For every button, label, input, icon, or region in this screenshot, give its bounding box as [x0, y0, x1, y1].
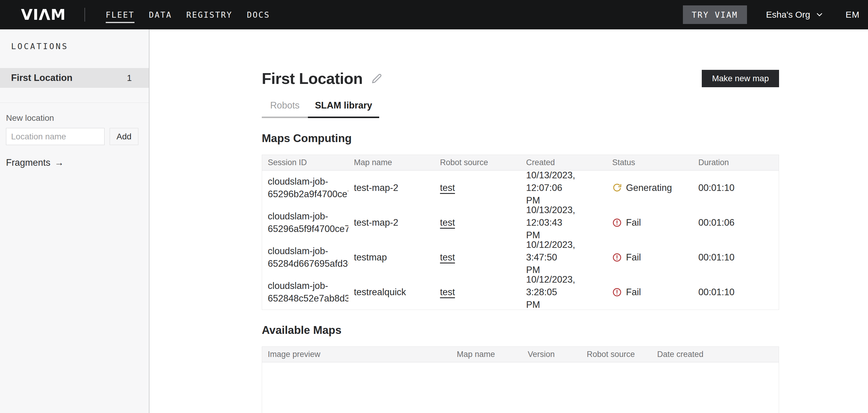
available-maps-body: [262, 362, 779, 413]
column-header-date-created: Date created: [651, 350, 779, 359]
column-header-robot-source: Robot source: [434, 158, 521, 167]
available-maps-header-row: Image preview Map name Version Robot sou…: [262, 347, 779, 362]
tab-slam-library[interactable]: SLAM library: [308, 100, 379, 118]
available-maps-table: Image preview Map name Version Robot sou…: [262, 347, 779, 413]
available-maps-heading: Available Maps: [262, 324, 779, 336]
status-cell: Generating: [607, 182, 693, 194]
map-name-cell: testrealquick: [348, 286, 435, 298]
table-row: cloudslam-job- 652848c52e7ab8d3b9 testre…: [262, 275, 779, 309]
make-new-map-button[interactable]: Make new map: [702, 70, 779, 87]
duration-cell: 00:01:10: [693, 286, 779, 298]
sidebar-lower: New location Add Fragments →: [0, 113, 149, 168]
column-header-image-preview: Image preview: [262, 350, 451, 359]
table-row: cloudslam-job- 65296a5f9f4700ce73 test-m…: [262, 205, 779, 240]
edit-pencil-icon[interactable]: [372, 73, 382, 84]
map-name-cell: test-map-2: [348, 216, 435, 229]
status-label: Generating: [626, 182, 672, 194]
fail-alert-icon: [612, 253, 622, 262]
org-name: Esha's Org: [766, 9, 810, 20]
add-location-button[interactable]: Add: [110, 128, 138, 145]
fragments-label: Fragments: [6, 157, 50, 168]
column-header-duration: Duration: [693, 158, 779, 167]
robot-source-link[interactable]: test: [440, 182, 455, 193]
nav-item-fleet[interactable]: FLEET: [106, 0, 134, 29]
location-robot-count: 1: [127, 73, 132, 83]
column-header-session-id: Session ID: [262, 158, 348, 167]
maps-computing-body: cloudslam-job- 65296b2a9f4700ce73 test-m…: [262, 171, 779, 309]
created-cell: 10/12/2023, 3:28:05 PM: [521, 273, 607, 311]
top-nav: VIΛM FLEET DATA REGISTRY DOCS TRY VIAM E…: [0, 0, 868, 29]
map-name-cell: test-map-2: [348, 182, 435, 194]
fail-alert-icon: [612, 218, 622, 228]
status-label: Fail: [626, 216, 641, 229]
duration-cell: 00:01:06: [693, 216, 779, 229]
app-root: VIΛM FLEET DATA REGISTRY DOCS TRY VIAM E…: [0, 0, 868, 413]
session-id-cell: cloudslam-job- 652848c52e7ab8d3b9: [262, 279, 348, 305]
column-header-robot-source: Robot source: [581, 350, 651, 359]
robot-source-link[interactable]: test: [440, 217, 455, 228]
shell: LOCATIONS First Location 1 New location …: [0, 29, 868, 413]
maps-computing-heading: Maps Computing: [262, 132, 779, 145]
content: First Location Make new map Robots SLAM …: [262, 69, 779, 413]
duration-cell: 00:01:10: [693, 182, 779, 194]
status-label: Fail: [626, 286, 641, 298]
tab-robots[interactable]: Robots: [262, 100, 308, 118]
column-header-status: Status: [607, 158, 693, 167]
location-name-input[interactable]: [6, 128, 104, 145]
created-cell: 10/13/2023, 12:07:06 PM: [521, 169, 607, 207]
robot-source-link[interactable]: test: [440, 287, 455, 297]
column-header-created: Created: [521, 158, 607, 167]
try-viam-button[interactable]: TRY VIAM: [683, 5, 747, 24]
nav-links: FLEET DATA REGISTRY DOCS: [106, 0, 270, 29]
status-cell: Fail: [607, 216, 693, 229]
created-cell: 10/12/2023, 3:47:50 PM: [521, 239, 607, 276]
column-header-map-name: Map name: [348, 158, 435, 167]
location-title-group: First Location: [262, 69, 382, 88]
session-id-cell: cloudslam-job- 65296a5f9f4700ce73: [262, 210, 348, 235]
robot-source-link[interactable]: test: [440, 252, 455, 263]
location-header: First Location Make new map: [262, 69, 779, 88]
user-avatar[interactable]: EM: [845, 9, 860, 20]
locations-sidebar: LOCATIONS First Location 1 New location …: [0, 29, 150, 413]
session-id-cell: cloudslam-job- 65296b2a9f4700ce73: [262, 175, 348, 201]
arrow-right-icon: →: [55, 157, 64, 168]
viam-logo[interactable]: VIΛM: [21, 6, 66, 23]
nav-item-docs[interactable]: DOCS: [247, 0, 270, 29]
org-switcher[interactable]: Esha's Org: [766, 9, 824, 20]
column-header-version: Version: [522, 350, 581, 359]
new-location-label: New location: [6, 113, 143, 123]
column-header-map-name: Map name: [451, 350, 522, 359]
status-cell: Fail: [607, 251, 693, 264]
new-location-row: Add: [6, 128, 143, 145]
fragments-link[interactable]: Fragments →: [6, 157, 64, 168]
nav-item-registry[interactable]: REGISTRY: [186, 0, 232, 29]
location-name: First Location: [11, 72, 72, 83]
status-cell: Fail: [607, 286, 693, 298]
table-row: cloudslam-job- 65296b2a9f4700ce73 test-m…: [262, 171, 779, 205]
nav-item-data[interactable]: DATA: [149, 0, 172, 29]
generating-spinner-icon: [612, 183, 622, 193]
tabs: Robots SLAM library: [262, 100, 779, 118]
table-row: cloudslam-job- 65284d667695afd304 testma…: [262, 240, 779, 275]
map-name-cell: testmap: [348, 251, 435, 264]
sidebar-heading: LOCATIONS: [0, 29, 149, 51]
sidebar-item-first-location[interactable]: First Location 1: [0, 68, 149, 88]
page-title: First Location: [262, 69, 363, 88]
nav-right: TRY VIAM Esha's Org EM: [683, 5, 860, 24]
chevron-down-icon: [815, 10, 824, 19]
session-id-cell: cloudslam-job- 65284d667695afd304: [262, 245, 348, 270]
maps-computing-header-row: Session ID Map name Robot source Created…: [262, 155, 779, 171]
created-cell: 10/13/2023, 12:03:43 PM: [521, 204, 607, 242]
status-label: Fail: [626, 251, 641, 264]
nav-divider: [85, 8, 85, 22]
sidebar-divider: [0, 102, 149, 103]
fail-alert-icon: [612, 288, 622, 297]
maps-computing-table: Session ID Map name Robot source Created…: [262, 155, 779, 310]
main-area: First Location Make new map Robots SLAM …: [150, 29, 868, 413]
duration-cell: 00:01:10: [693, 251, 779, 264]
